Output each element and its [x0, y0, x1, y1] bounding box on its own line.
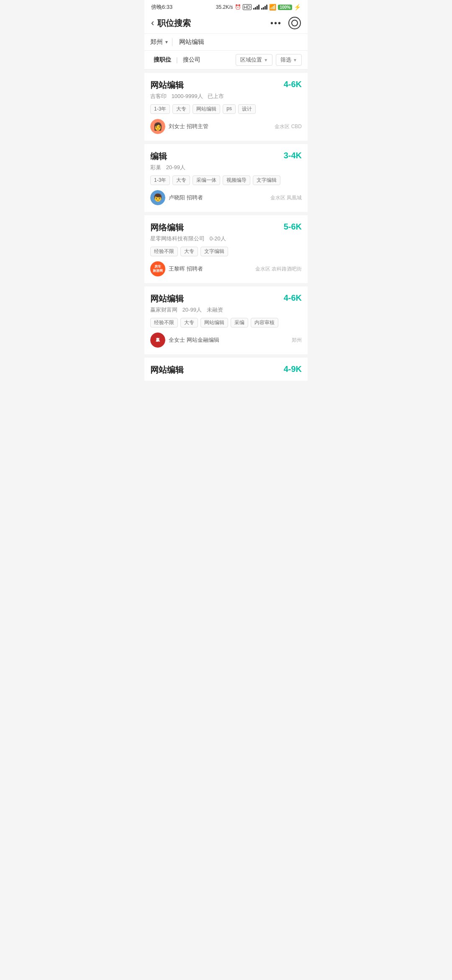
- company-name: 星零网络科技有限公司: [150, 235, 205, 242]
- job-company: 吉客印 1000-9999人 已上市: [150, 93, 302, 100]
- tag: 网站编辑: [200, 318, 228, 328]
- job-card[interactable]: 网站编辑 4-6K 赢家财富网 20-99人 未融资 经验不限 大专 网站编辑 …: [144, 286, 308, 354]
- more-button[interactable]: •••: [270, 18, 282, 28]
- recruiter-info: 👩 刘女士 招聘主管: [150, 119, 208, 134]
- alarm-icon: ⏰: [235, 4, 241, 10]
- filter-buttons: 区域位置 ▼ 筛选 ▼: [236, 54, 302, 66]
- job-card-header: 网站编辑 4-6K: [150, 293, 302, 304]
- hd-badge: HD: [243, 4, 252, 10]
- job-salary: 4-9K: [284, 364, 302, 374]
- recruiter-info: 房车旅游网 王黎晖 招聘者: [150, 261, 203, 276]
- tag: 大专: [180, 318, 198, 328]
- job-company: 彩巢 20-99人: [150, 164, 302, 171]
- filter-button[interactable]: 筛选 ▼: [276, 54, 302, 66]
- job-footer: 赢 全女士 网站金融编辑 郑州: [150, 333, 302, 348]
- company-name: 赢家财富网: [150, 307, 177, 313]
- job-location: 郑州: [292, 337, 302, 344]
- nav-bar: ‹ 职位搜索 •••: [144, 13, 308, 34]
- city-dropdown-arrow: ▼: [164, 40, 169, 44]
- avatar-image: 赢: [150, 333, 165, 348]
- job-card[interactable]: 编辑 3-4K 彩巢 20-99人 1-3年 大专 采编一体 视频编导 文字编辑…: [144, 144, 308, 212]
- company-funded: 未融资: [207, 307, 223, 313]
- job-list: 网站编辑 4-6K 吉客印 1000-9999人 已上市 1-3年 大专 网站编…: [144, 70, 308, 387]
- search-input[interactable]: [176, 39, 302, 46]
- job-location: 金水区 CBD: [275, 123, 302, 130]
- job-footer: 👩 刘女士 招聘主管 金水区 CBD: [150, 119, 302, 134]
- search-bar: 郑州 ▼: [144, 34, 308, 51]
- tab-search-job[interactable]: 搜职位: [150, 54, 175, 65]
- avatar-image: 👦: [150, 190, 165, 205]
- filter-dropdown-arrow: ▼: [293, 58, 297, 62]
- company-name: 彩巢: [150, 164, 161, 170]
- job-card[interactable]: 网站编辑 4-6K 吉客印 1000-9999人 已上市 1-3年 大专 网站编…: [144, 73, 308, 141]
- tag: 大专: [172, 104, 190, 114]
- filter-label: 筛选: [280, 56, 291, 64]
- job-tags: 1-3年 大专 网站编辑 ps 设计: [150, 104, 302, 114]
- tab-search-company[interactable]: 搜公司: [180, 54, 204, 65]
- job-company: 星零网络科技有限公司 0-20人: [150, 235, 302, 242]
- recruiter-avatar: 👦: [150, 190, 165, 205]
- recruiter-avatar: 👩: [150, 119, 165, 134]
- recruiter-name: 卢晓阳 招聘者: [169, 194, 203, 201]
- tag: 设计: [238, 104, 256, 114]
- job-title: 网站编辑: [150, 80, 184, 91]
- camera-button[interactable]: [288, 17, 301, 29]
- company-size: 20-99人: [166, 164, 185, 170]
- page-title: 职位搜索: [157, 18, 191, 29]
- tag: 内容审核: [251, 318, 278, 328]
- job-salary: 5-6K: [284, 222, 302, 232]
- job-title: 网络编辑: [150, 222, 184, 233]
- job-salary: 4-6K: [284, 293, 302, 303]
- charging-icon: ⚡: [294, 4, 301, 10]
- status-right: 35.2K/s ⏰ HD 📶 100% ⚡: [216, 4, 301, 10]
- tag: 视频编导: [223, 175, 250, 185]
- recruiter-info: 👦 卢晓阳 招聘者: [150, 190, 203, 205]
- company-size: 1000-9999人: [172, 93, 203, 99]
- recruiter-info: 赢 全女士 网站金融编辑: [150, 333, 219, 348]
- tag: 1-3年: [150, 175, 170, 185]
- recruiter-avatar: 房车旅游网: [150, 261, 165, 276]
- signal-icon-2: [261, 5, 267, 10]
- tag: 大专: [172, 175, 190, 185]
- job-tags: 1-3年 大专 采编一体 视频编导 文字编辑: [150, 175, 302, 185]
- back-button[interactable]: ‹: [151, 18, 154, 28]
- tag: 经验不限: [150, 318, 178, 328]
- tag: 经验不限: [150, 247, 178, 256]
- signal-icon: [253, 5, 259, 10]
- job-salary: 3-4K: [284, 151, 302, 160]
- recruiter-name: 刘女士 招聘主管: [169, 123, 208, 130]
- job-tags: 经验不限 大专 网站编辑 采编 内容审核: [150, 318, 302, 328]
- company-size: 20-99人: [182, 307, 202, 313]
- avatar-image: 👩: [150, 119, 165, 134]
- job-location: 金水区 农科路酒吧街: [255, 266, 302, 273]
- job-title: 网站编辑: [150, 293, 184, 304]
- area-location-label: 区域位置: [240, 56, 262, 64]
- tag: 网站编辑: [193, 104, 220, 114]
- city-selector[interactable]: 郑州 ▼: [150, 38, 172, 46]
- recruiter-name: 全女士 网站金融编辑: [169, 336, 219, 344]
- nav-left: ‹ 职位搜索: [151, 18, 191, 29]
- recruiter-avatar: 赢: [150, 333, 165, 348]
- tag: 采编一体: [193, 175, 220, 185]
- job-card-header: 编辑 3-4K: [150, 151, 302, 162]
- job-card-header: 网站编辑 4-6K: [150, 80, 302, 91]
- job-tags: 经验不限 大专 文字编辑: [150, 247, 302, 256]
- job-card[interactable]: 网站编辑 4-9K: [144, 358, 308, 381]
- tag: ps: [223, 104, 236, 114]
- job-card-header: 网络编辑 5-6K: [150, 222, 302, 233]
- area-location-button[interactable]: 区域位置 ▼: [236, 54, 272, 66]
- company-size: 0-20人: [210, 235, 226, 242]
- battery-icon: 100%: [278, 5, 292, 10]
- job-card[interactable]: 网络编辑 5-6K 星零网络科技有限公司 0-20人 经验不限 大专 文字编辑 …: [144, 215, 308, 283]
- job-footer: 👦 卢晓阳 招聘者 金水区 凤凰城: [150, 190, 302, 205]
- company-name: 吉客印: [150, 93, 167, 99]
- status-bar: 傍晚6:33 35.2K/s ⏰ HD 📶 100% ⚡: [144, 0, 308, 13]
- status-speed: 35.2K/s: [216, 4, 233, 10]
- tag: 采编: [231, 318, 248, 328]
- city-name: 郑州: [150, 38, 163, 46]
- area-dropdown-arrow: ▼: [264, 58, 268, 62]
- job-company: 赢家财富网 20-99人 未融资: [150, 306, 302, 314]
- tag: 1-3年: [150, 104, 170, 114]
- avatar-image: 房车旅游网: [150, 261, 165, 276]
- wifi-icon: 📶: [269, 4, 276, 10]
